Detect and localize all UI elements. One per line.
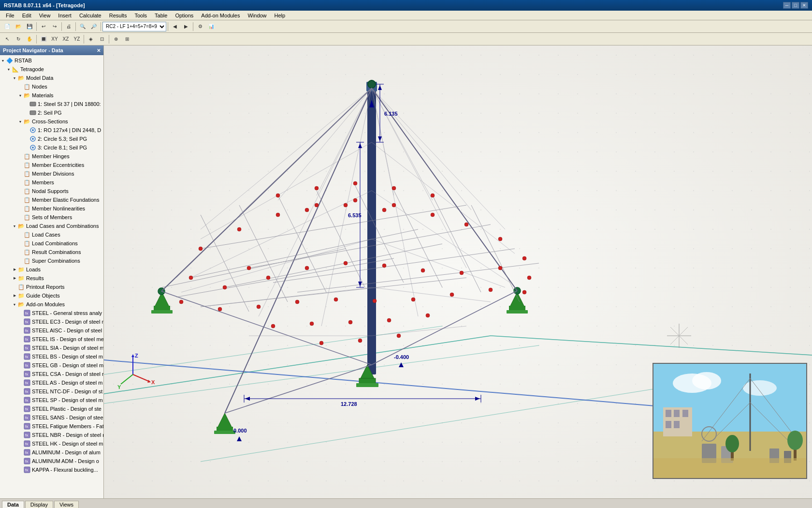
tree-icon-members: 📋 [23, 179, 31, 186]
close-button[interactable]: ✕ [800, 2, 808, 9]
tree-item-nodal-supports[interactable]: 📋Nodal Supports [0, 187, 103, 195]
tree-item-steel-plastic[interactable]: fxSTEEL Plastic - Design of ste [0, 404, 103, 413]
next-button[interactable]: ▶ [181, 21, 191, 32]
wire-button[interactable]: ⊡ [97, 34, 107, 45]
tree-item-cs1[interactable]: 1: RO 127x4 | DIN 2448, D [0, 126, 103, 134]
tree-item-cs2[interactable]: 2: Circle 5.3; Seil PG [0, 134, 103, 143]
tree-label-steel-nbr: STEEL NBR - Design of steel r [32, 432, 103, 438]
tree-item-cs3[interactable]: 3: Circle 8.1; Seil PG [0, 143, 103, 152]
redo-button[interactable]: ↪ [49, 21, 60, 32]
tree-expand-rstab: ▼ [0, 58, 6, 63]
tab-data[interactable]: Data [2, 501, 24, 508]
tree-item-steel-fatigue[interactable]: fxSTEEL Fatigue Members - Fat [0, 422, 103, 431]
prev-button[interactable]: ◀ [170, 21, 180, 32]
rotate-button[interactable]: ↻ [13, 34, 24, 45]
tree-item-steel-is[interactable]: fxSTEEL IS - Design of steel me [0, 335, 103, 344]
svg-rect-208 [666, 421, 671, 428]
minimize-button[interactable]: ─ [783, 2, 791, 9]
calculate-button[interactable]: ⚙ [195, 21, 205, 32]
menu-item-edit[interactable]: Edit [18, 12, 35, 19]
menu-item-insert[interactable]: Insert [54, 12, 75, 19]
tree-item-aluminum[interactable]: fxALUMINUM - Design of alum [0, 448, 103, 457]
tree-item-steel-hk[interactable]: fxSTEEL HK - Design of steel m [0, 439, 103, 448]
menu-item-calculate[interactable]: Calculate [75, 12, 105, 19]
result-combo[interactable]: RC2 - LF 1+4=5+7=8+9 [102, 22, 166, 31]
zoom-out-button[interactable]: 🔎 [88, 21, 99, 32]
viewport[interactable]: Z X Y 6.135 [104, 45, 812, 498]
print-button[interactable]: 🖨 [63, 21, 74, 32]
tree-item-steel-general[interactable]: fxSTEEL - General stress analy [0, 309, 103, 317]
svg-point-159 [344, 203, 348, 207]
tree-item-steel-sans[interactable]: fxSTEEL SANS - Design of steel [0, 413, 103, 422]
save-button[interactable]: 💾 [24, 21, 35, 32]
tree-item-steel-gb[interactable]: fxSTEEL GB - Design of steel m [0, 361, 103, 370]
tree-item-steel-as[interactable]: fxSTEEL AS - Design of steel m [0, 378, 103, 387]
tree-item-steel-ntcdf[interactable]: fxSTEEL NTC-DF - Design of st [0, 387, 103, 396]
tree-item-mat2[interactable]: 2: Seil PG [0, 108, 103, 117]
open-button[interactable]: 📂 [13, 21, 24, 32]
tree-item-rstab[interactable]: ▼🔷RSTAB [0, 56, 103, 65]
tree-item-load-cases-combinations[interactable]: ▼📂Load Cases and Combinations [0, 222, 103, 230]
tree-item-nodes[interactable]: 📋Nodes [0, 82, 103, 91]
grid-button[interactable]: ⊞ [122, 34, 132, 45]
tree-label-member-elastic-foundations: Member Elastic Foundations [32, 197, 99, 203]
menu-item-window[interactable]: Window [244, 12, 270, 19]
viewxy-button[interactable]: XY [49, 34, 60, 45]
menu-item-file[interactable]: File [2, 12, 18, 19]
viewxz-button[interactable]: XZ [60, 34, 71, 45]
tree-item-load-cases[interactable]: 📋Load Cases [0, 230, 103, 239]
pan-button[interactable]: ✋ [24, 34, 35, 45]
tree-item-member-divisions[interactable]: 📋Member Divisions [0, 169, 103, 178]
tree-item-steel-sp[interactable]: fxSTEEL SP - Design of steel m [0, 396, 103, 404]
tree-item-steel-sia[interactable]: fxSTEEL SIA - Design of steel m [0, 344, 103, 352]
menu-item-help[interactable]: Help [271, 12, 290, 19]
tree-item-member-nonlinearities[interactable]: 📋Member Nonlinearities [0, 204, 103, 213]
tree-item-tetragode[interactable]: ▼📐Tetragode [0, 65, 103, 74]
tab-views[interactable]: Views [54, 501, 79, 508]
tab-display[interactable]: Display [25, 501, 53, 508]
zoom-in-button[interactable]: 🔍 [77, 21, 88, 32]
view3d-button[interactable]: 🔳 [38, 34, 49, 45]
tree-item-steel-aisc[interactable]: fxSTEEL AISC - Design of steel [0, 326, 103, 335]
tree-item-steel-bs[interactable]: fxSTEEL BS - Design of steel m [0, 352, 103, 361]
tree-item-mat1[interactable]: 1: Steel St 37 | DIN 18800: [0, 100, 103, 108]
tree-item-member-eccentricities[interactable]: 📋Member Eccentricities [0, 161, 103, 169]
tree-item-steel-csa[interactable]: fxSTEEL CSA - Design of steel r [0, 370, 103, 378]
tree-item-super-combinations[interactable]: 📋Super Combinations [0, 256, 103, 265]
tree-item-loads[interactable]: ▶📁Loads [0, 265, 103, 274]
menu-item-results[interactable]: Results [105, 12, 131, 19]
tree-item-printout-reports[interactable]: 📋Printout Reports [0, 283, 103, 291]
new-button[interactable]: 📄 [2, 21, 13, 32]
tree-item-member-hinges[interactable]: 📋Member Hinges [0, 152, 103, 161]
sidebar-close-button[interactable]: ✕ [97, 48, 101, 53]
tree-item-result-combinations[interactable]: 📋Result Combinations [0, 248, 103, 256]
menu-item-add-on-modules[interactable]: Add-on Modules [197, 12, 244, 19]
window-controls[interactable]: ─ □ ✕ [783, 2, 808, 9]
menu-item-table[interactable]: Table [151, 12, 171, 19]
undo-button[interactable]: ↩ [38, 21, 49, 32]
tree-item-model-data[interactable]: ▼📂Model Data [0, 74, 103, 82]
tree-item-load-combinations[interactable]: 📋Load Combinations [0, 239, 103, 248]
tree-item-steel-nbr[interactable]: fxSTEEL NBR - Design of steel r [0, 431, 103, 439]
snap-button[interactable]: ⊕ [111, 34, 121, 45]
results-button[interactable]: 📊 [206, 21, 217, 32]
maximize-button[interactable]: □ [792, 2, 799, 9]
select-button[interactable]: ↖ [2, 34, 13, 45]
tree-item-steel-ec3[interactable]: fxSTEEL EC3 - Design of steel m [0, 317, 103, 326]
render-button[interactable]: ◈ [86, 34, 96, 45]
tree-item-kappa[interactable]: fxKAPPA - Flexural buckling... [0, 465, 103, 474]
tree-item-materials[interactable]: ▼📂Materials [0, 91, 103, 100]
tree-icon-materials: 📂 [23, 91, 31, 99]
tree-item-guide-objects[interactable]: ▶📁Guide Objects [0, 291, 103, 300]
menu-item-tools[interactable]: Tools [130, 12, 151, 19]
tree-item-member-elastic-foundations[interactable]: 📋Member Elastic Foundations [0, 195, 103, 204]
tree-item-results[interactable]: ▶📁Results [0, 274, 103, 283]
menu-item-options[interactable]: Options [171, 12, 197, 19]
tree-item-sets-of-members[interactable]: 📋Sets of Members [0, 213, 103, 222]
tree-item-members[interactable]: 📋Members [0, 178, 103, 187]
viewyz-button[interactable]: YZ [72, 34, 82, 45]
tree-item-addon-modules[interactable]: ▼📂Add-on Modules [0, 300, 103, 309]
menu-item-view[interactable]: View [35, 12, 55, 19]
tree-item-aluminum-adm[interactable]: fxALUMINUM ADM - Design o [0, 457, 103, 465]
tree-item-cross-sections[interactable]: ▼📂Cross-Sections [0, 117, 103, 126]
